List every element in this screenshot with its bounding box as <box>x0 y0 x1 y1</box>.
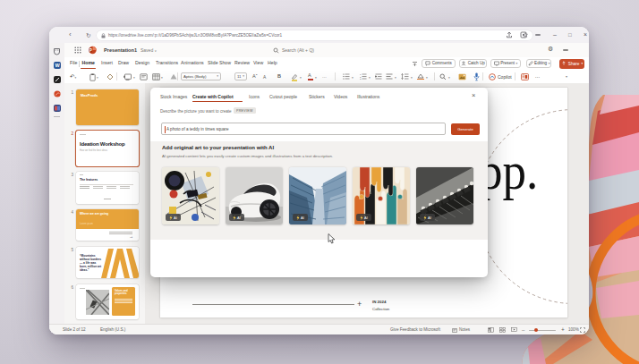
slideshow-view-icon[interactable] <box>511 327 517 333</box>
copilot-button[interactable]: Copilot <box>489 72 512 81</box>
font-name-select[interactable]: Aptos (Body)▾ <box>181 72 221 80</box>
shape-fill-caret[interactable]: ▾ <box>426 74 428 82</box>
send-to-devices-icon[interactable] <box>506 31 513 38</box>
address-bar[interactable]: https://onedrive.live.com/:p:/t/1aD96PbS… <box>97 30 532 40</box>
layout-icon[interactable] <box>140 73 148 80</box>
more-font-options-icon[interactable]: ⋯ <box>322 73 327 81</box>
new-slide-icon[interactable] <box>124 73 132 80</box>
rail-app-5-icon[interactable] <box>54 105 61 112</box>
picture-icon[interactable] <box>458 73 466 80</box>
menu-slideshow[interactable]: Slide Show <box>208 60 231 65</box>
menu-review[interactable]: Review <box>234 60 250 65</box>
highlight-icon[interactable] <box>291 73 298 81</box>
table-icon[interactable] <box>152 73 160 80</box>
grow-font-icon[interactable]: Aˆ <box>252 72 258 80</box>
zoom-level[interactable]: 100% <box>568 327 579 332</box>
profile-avatar[interactable] <box>535 34 541 36</box>
share-button[interactable]: Share ▾ <box>559 59 584 69</box>
zoom-out-button[interactable]: – <box>522 327 524 333</box>
comments-button[interactable]: Comments <box>422 59 456 68</box>
paste-caret[interactable]: ▾ <box>97 74 98 82</box>
document-title[interactable]: Presentation1 <box>104 47 137 53</box>
ai-tile-abstract-art[interactable]: AI <box>162 167 219 224</box>
shrink-font-icon[interactable]: A <box>263 73 266 81</box>
slide-thumbnail-3[interactable]: The features <box>76 172 139 204</box>
find-icon[interactable] <box>439 73 447 80</box>
menu-draw[interactable]: Draw <box>118 60 129 65</box>
format-painter-icon[interactable] <box>106 73 114 80</box>
font-color-icon[interactable]: A <box>308 72 311 78</box>
paste-icon[interactable] <box>89 73 96 81</box>
menu-animations[interactable]: Animations <box>181 60 204 65</box>
prompt-input[interactable]: A photo of a teddy in times square <box>161 123 446 135</box>
align-caret[interactable]: ▾ <box>395 74 396 82</box>
find-caret[interactable]: ▾ <box>448 74 450 82</box>
zoom-slider-track[interactable] <box>529 330 556 331</box>
rail-app-1-icon[interactable] <box>53 47 61 55</box>
numbering-icon[interactable]: 123 <box>360 73 367 80</box>
saved-status[interactable]: Saved ∨ <box>141 47 157 53</box>
tab-cutout-people[interactable]: Cutout people <box>269 94 297 99</box>
notes-toggle[interactable]: Notes <box>459 327 470 332</box>
rail-app-3-icon[interactable] <box>54 76 61 83</box>
tab-illustrations[interactable]: Illustrations <box>357 94 379 99</box>
slide-thumbnail-1[interactable]: MaxProds <box>76 89 139 125</box>
line-spacing-caret[interactable]: ▾ <box>411 74 413 82</box>
slide-sorter-icon[interactable] <box>499 327 506 333</box>
settings-gear-icon[interactable]: ⚙ <box>548 46 553 53</box>
editing-button[interactable]: Editing ▾ <box>526 59 551 68</box>
table-caret[interactable]: ▾ <box>161 74 163 82</box>
undo-icon[interactable]: ↶▾ <box>70 72 76 82</box>
zoom-in-button[interactable]: + <box>561 326 565 333</box>
extensions-icon[interactable] <box>520 31 527 38</box>
rail-app-2-icon[interactable]: W <box>54 62 61 69</box>
slide-thumbnail-4[interactable]: Where we are going Lorem ipsum → <box>76 209 139 241</box>
slide-thumbnail-5[interactable]: “Mountains without borders — a life was … <box>76 247 139 278</box>
font-color-caret[interactable]: ▾ <box>315 74 317 82</box>
menu-design[interactable]: Design <box>135 60 149 65</box>
reload-icon[interactable]: ↻ <box>86 31 90 40</box>
menu-file[interactable]: File <box>70 60 77 65</box>
slide-thumbnail-6[interactable]: Values and properties <box>76 284 139 319</box>
catch-up-button[interactable]: Catch Up <box>459 59 487 68</box>
new-slide-caret[interactable]: ▾ <box>133 74 135 82</box>
tab-stickers[interactable]: Stickers <box>309 94 325 99</box>
font-size-select[interactable]: 11▾ <box>234 72 247 80</box>
present-button[interactable]: Present ▾ <box>490 59 521 68</box>
dictate-mic-icon[interactable] <box>473 72 480 81</box>
rail-app-4-icon[interactable] <box>54 90 61 97</box>
ai-tile-concept-car[interactable]: AI <box>226 167 283 224</box>
language-status[interactable]: English (U.S.) <box>100 327 125 332</box>
dialog-close-icon[interactable]: × <box>472 91 475 99</box>
generate-button[interactable]: Generate <box>451 123 480 135</box>
menu-home[interactable]: Home <box>82 60 95 65</box>
tab-stock-images[interactable]: Stock Images <box>160 94 187 99</box>
bold-icon[interactable]: B <box>277 72 281 80</box>
tab-icons[interactable]: Icons <box>249 94 260 99</box>
align-icon[interactable] <box>386 73 393 80</box>
ai-tile-hands[interactable]: AI <box>353 167 410 224</box>
numbering-caret[interactable]: ▾ <box>369 74 371 82</box>
ai-tile-skyscrapers[interactable]: AI <box>289 167 346 224</box>
highlight-caret[interactable]: ▾ <box>300 74 302 82</box>
bullets-icon[interactable] <box>343 73 350 80</box>
menu-help[interactable]: Help <box>268 60 277 65</box>
back-icon[interactable]: ‹ <box>69 30 72 39</box>
tab-create-with-copilot[interactable]: Create with Copilot <box>192 94 234 99</box>
menu-view[interactable]: View <box>253 60 263 65</box>
collapse-ribbon-icon[interactable] <box>412 61 418 67</box>
slide-thumbnail-2[interactable]: Ideation Workshop How we find the best i… <box>76 131 139 166</box>
shape-fill-icon[interactable] <box>417 73 424 80</box>
fit-slide-icon[interactable] <box>580 327 585 333</box>
toolbar-overflow-icon[interactable]: ⋯ <box>535 73 541 81</box>
shapes-icon[interactable] <box>170 73 177 80</box>
ribbon-collapse-caret[interactable]: ▾ <box>566 72 567 80</box>
designer-icon[interactable] <box>521 73 529 80</box>
waffle-icon[interactable] <box>74 47 81 54</box>
ai-tile-rowing-team[interactable]: AI <box>416 167 473 224</box>
normal-view-icon[interactable] <box>488 327 494 333</box>
account-avatar[interactable] <box>563 49 568 51</box>
indent-icon[interactable] <box>375 73 382 80</box>
menu-transitions[interactable]: Transitions <box>156 60 178 65</box>
line-spacing-icon[interactable] <box>401 73 409 80</box>
